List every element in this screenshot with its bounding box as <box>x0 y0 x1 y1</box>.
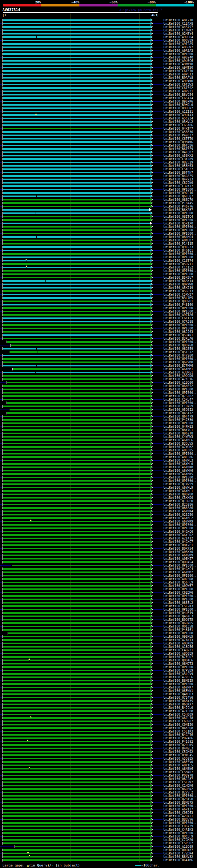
arrow-right-fill <box>151 341 152 343</box>
subject-line-left <box>0 149 2 149</box>
subject-line-right <box>153 586 163 586</box>
hit-bar <box>3 494 151 495</box>
subject-line-right <box>153 484 163 484</box>
alignment-row: UniRef100_P18445 <box>0 202 197 205</box>
alignment-row: UniRef100_UPI000.. <box>0 598 197 601</box>
alignment-start-tick <box>2 371 3 374</box>
alignment-row: UniRef100_Q1HRP0 <box>0 499 197 503</box>
subject-line-right <box>153 152 163 152</box>
subject-line-left <box>0 663 2 664</box>
subject-line-left <box>0 132 2 132</box>
subject-line-left <box>0 362 2 363</box>
subject-label: UniRef100_Q3HVL2 <box>163 120 193 123</box>
subject-label: UniRef100_UPI000.. <box>163 479 197 483</box>
alignment-start-tick <box>2 676 3 679</box>
hit-bar <box>3 771 151 773</box>
subject-label: UniRef100_A6YML0 <box>163 462 193 466</box>
subject-line-right <box>153 118 163 119</box>
alignment-start-tick <box>2 310 3 313</box>
alignment-row: UniRef100_Q29LK5 <box>0 743 197 747</box>
subject-label: UniRef100_C5KU47 <box>163 398 193 401</box>
hit-bar <box>3 507 151 509</box>
hit-bar <box>3 162 151 163</box>
alignment-row: UniRef100_C6T5S2 <box>0 86 197 90</box>
subject-label: UniRef100_P48161 <box>163 628 193 631</box>
subject-line-right <box>153 606 163 606</box>
subject-label: UniRef100_Q6NZ52 <box>163 384 193 388</box>
alignment-row: UniRef100_C0SD63 <box>0 811 197 814</box>
subject-label: UniRef100_B9RAV8 <box>163 76 193 80</box>
alignment-start-tick <box>2 63 3 66</box>
subject-label: UniRef100_A8E685 <box>163 448 193 452</box>
alignment-start-tick <box>2 374 3 377</box>
alignment-row: UniRef100_UPI000.. <box>0 212 197 215</box>
subject-label: UniRef100_A6YMK8 <box>163 466 193 469</box>
alignment-start-tick <box>2 83 3 86</box>
subject-label: UniRef100_B5X6U7 <box>163 276 193 279</box>
alignment-row: UniRef100_C6T670 <box>0 69 197 73</box>
subject-line-right <box>153 758 163 759</box>
subject-label: UniRef100_C5PEH2 <box>163 841 193 845</box>
subject-line-left <box>0 708 2 708</box>
alignment-start-tick <box>2 767 3 770</box>
hit-bar <box>3 419 151 421</box>
arrow-right-fill <box>151 703 152 706</box>
arrow-right-fill <box>151 327 152 330</box>
subject-line-right <box>153 125 163 125</box>
subject-label: UniRef100_Q00V89 <box>163 39 193 42</box>
arrow-right-fill <box>151 856 152 858</box>
arrow-right-fill <box>151 266 152 269</box>
arrow-right-fill <box>151 80 152 82</box>
subject-line-right <box>153 186 163 186</box>
alignment-row: UniRef100_A6YMK4 <box>0 509 197 513</box>
subject-label: UniRef100_B8BVY6 <box>163 818 193 821</box>
arrow-right-fill <box>151 859 152 861</box>
hit-bar <box>3 622 151 624</box>
arrow-right-fill <box>151 442 152 445</box>
subject-line-left <box>0 572 2 572</box>
alignment-row: UniRef100_A9UT43 <box>0 113 197 117</box>
alignment-row: UniRef100_UPI000.. <box>0 269 197 273</box>
subject-label: UniRef100_C1E4X8 <box>163 22 193 25</box>
subject-line-right <box>153 396 163 396</box>
hit-bar <box>3 30 151 31</box>
subject-label: UniRef100_A8Q6E9 <box>163 652 193 655</box>
hit-bar <box>3 659 151 661</box>
legend-label: ~100% <box>184 0 194 4</box>
arrow-right-fill <box>151 740 152 743</box>
subject-line-left <box>0 480 2 481</box>
arrow-right-fill <box>151 734 152 736</box>
subject-line-right <box>153 447 163 447</box>
alignment-start-tick <box>6 402 6 404</box>
arrow-right-fill <box>151 114 152 116</box>
subject-label: UniRef100_UPI000.. <box>163 527 197 530</box>
subject-line-left <box>0 602 2 603</box>
hit-bar <box>3 598 151 600</box>
alignment-start-tick <box>2 442 3 445</box>
subject-line-right <box>153 491 163 491</box>
subject-label: UniRef100_Q00454 <box>163 560 193 564</box>
alignment-start-tick <box>2 90 3 93</box>
subject-line-right <box>153 677 163 677</box>
arrow-right-fill <box>151 571 152 573</box>
subject-line-right <box>153 267 163 268</box>
subject-label: UniRef100_A7WQH2 <box>163 445 193 448</box>
subject-label: UniRef100_UPI000.. <box>163 225 197 228</box>
arrow-right-fill <box>151 479 152 482</box>
subject-label: UniRef100_Q7PVB9 <box>163 669 193 672</box>
alignment-row: UniRef100_C6SX86 <box>0 123 197 127</box>
arrow-right-fill <box>151 154 152 157</box>
alignment-row: UniRef100_C5FZW7 <box>0 780 197 784</box>
subject-label: UniRef100_A6ZU78 <box>163 716 193 720</box>
subject-line-right <box>153 271 163 271</box>
subject-line-left <box>0 437 2 437</box>
arrow-right-fill <box>151 815 152 817</box>
subject-label: UniRef100_Q4UE19 <box>163 611 193 615</box>
subject-label: UniRef100_C5GM92 <box>163 750 193 753</box>
subject-line-right <box>153 301 163 302</box>
hit-bar <box>3 466 151 468</box>
subject-label: UniRef100_A9RGH4 <box>163 35 193 39</box>
alignment-row: UniRef100_A1BQ56 <box>0 645 197 648</box>
arrow-right-fill <box>151 615 152 617</box>
subject-line-left <box>0 576 2 576</box>
